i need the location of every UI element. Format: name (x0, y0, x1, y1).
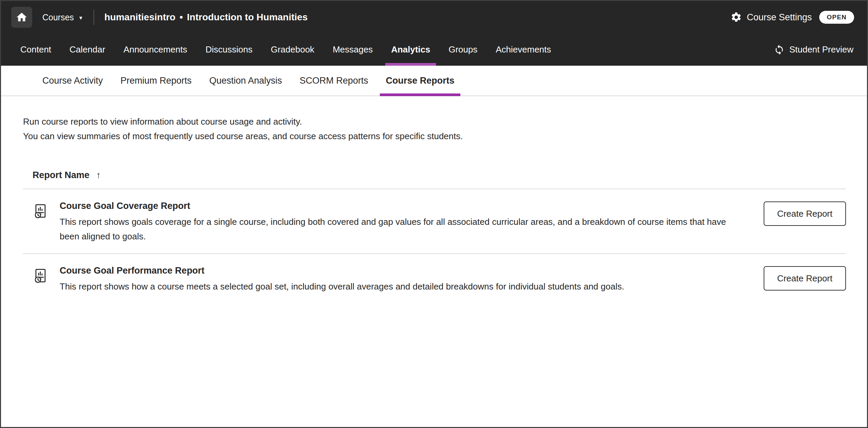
course-title: humanitiesintro • Introduction to Humani… (104, 12, 308, 23)
student-preview-icon (774, 44, 785, 55)
topbar-right: Course Settings OPEN (730, 11, 854, 24)
nav-tab-messages[interactable]: Messages (324, 34, 382, 66)
home-button[interactable] (11, 7, 32, 28)
create-report-button-coverage[interactable]: Create Report (764, 201, 846, 226)
subtab-label: Course Activity (42, 76, 103, 86)
nav-tab-achievements[interactable]: Achievements (487, 34, 560, 66)
chevron-down-icon: ▼ (78, 15, 83, 20)
student-preview-button[interactable]: Student Preview (774, 34, 853, 66)
nav-tab-discussions[interactable]: Discussions (197, 34, 262, 66)
student-preview-label: Student Preview (789, 44, 853, 55)
intro-line-1: Run course reports to view information a… (23, 114, 846, 129)
report-description: This report shows how a course meets a s… (60, 279, 740, 294)
course-navbar: Content Calendar Announcements Discussio… (1, 34, 867, 66)
nav-tab-label: Gradebook (271, 44, 314, 55)
subtab-course-reports[interactable]: Course Reports (386, 66, 455, 95)
nav-tab-label: Analytics (391, 44, 430, 55)
subtab-label: Question Analysis (209, 76, 282, 86)
course-settings-button[interactable]: Course Settings (730, 12, 812, 23)
subtab-scorm-reports[interactable]: SCORM Reports (299, 66, 368, 95)
nav-tab-label: Discussions (206, 44, 253, 55)
report-description: This report shows goals coverage for a s… (60, 215, 740, 244)
report-text-block: Course Goal Performance Report This repo… (60, 264, 764, 294)
nav-tab-analytics[interactable]: Analytics (382, 34, 439, 66)
subtab-label: SCORM Reports (299, 76, 368, 86)
course-id: humanitiesintro (104, 12, 175, 23)
course-settings-label: Course Settings (747, 12, 812, 23)
nav-tab-gradebook[interactable]: Gradebook (262, 34, 324, 66)
report-title: Course Goal Performance Report (60, 265, 740, 276)
report-title: Course Goal Coverage Report (60, 201, 740, 211)
create-report-button-performance[interactable]: Create Report (764, 266, 846, 291)
report-text-block: Course Goal Coverage Report This report … (60, 199, 764, 244)
nav-tab-announcements[interactable]: Announcements (115, 34, 197, 66)
course-page: Courses ▼ humanitiesintro • Introduction… (0, 0, 868, 428)
topbar: Courses ▼ humanitiesintro • Introduction… (1, 1, 867, 34)
nav-tab-label: Groups (449, 44, 477, 55)
subtab-premium-reports[interactable]: Premium Reports (121, 66, 192, 95)
subtab-label: Premium Reports (121, 76, 192, 86)
nav-tab-label: Achievements (496, 44, 551, 55)
report-document-icon (33, 203, 60, 220)
nav-tab-label: Announcements (124, 44, 187, 55)
subtab-course-activity[interactable]: Course Activity (42, 66, 103, 95)
nav-tab-label: Messages (333, 44, 373, 55)
report-row-performance: Course Goal Performance Report This repo… (23, 253, 846, 303)
report-name-sort-header[interactable]: Report Name ↑ (33, 170, 101, 180)
course-reports-panel: Run course reports to view information a… (1, 96, 867, 303)
courses-label: Courses (42, 13, 74, 22)
sort-ascending-icon[interactable]: ↑ (96, 170, 101, 180)
nav-tab-calendar[interactable]: Calendar (60, 34, 115, 66)
course-name: Introduction to Humanities (187, 12, 308, 23)
topbar-divider (94, 10, 94, 25)
nav-tab-content[interactable]: Content (11, 34, 60, 66)
title-bullet: • (180, 12, 183, 23)
open-status-badge[interactable]: OPEN (819, 11, 854, 24)
nav-tab-label: Content (20, 44, 51, 55)
home-icon (16, 11, 28, 23)
analytics-subtabs: Course Activity Premium Reports Question… (1, 66, 867, 96)
intro-line-2: You can view summaries of most frequentl… (23, 129, 846, 144)
report-row-coverage: Course Goal Coverage Report This report … (23, 189, 846, 253)
gear-icon (730, 12, 742, 23)
nav-tab-label: Calendar (69, 44, 105, 55)
active-subtab-underline (380, 93, 461, 96)
nav-tab-groups[interactable]: Groups (439, 34, 487, 66)
report-document-icon (33, 268, 60, 285)
subtab-question-analysis[interactable]: Question Analysis (209, 66, 282, 95)
report-name-label: Report Name (33, 170, 89, 180)
active-nav-underline (385, 63, 436, 66)
courses-menu-button[interactable]: Courses ▼ (42, 13, 83, 22)
subtab-label: Course Reports (386, 76, 455, 86)
